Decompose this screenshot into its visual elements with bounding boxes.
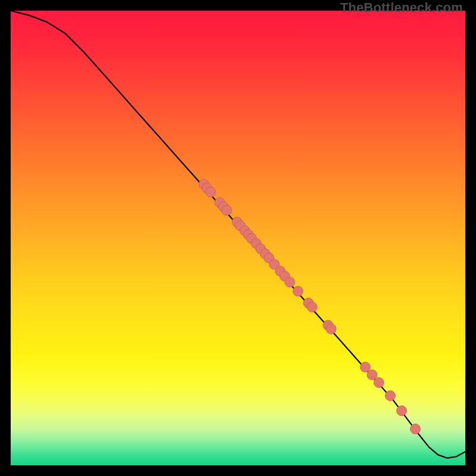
data-point	[411, 424, 421, 434]
data-point	[367, 370, 377, 380]
chart-overlay	[11, 11, 465, 465]
data-point	[385, 391, 395, 401]
data-point	[293, 286, 303, 296]
data-point	[206, 187, 216, 197]
chart-frame: TheBottleneck.com	[0, 0, 476, 476]
data-point	[360, 362, 370, 372]
curve-markers	[199, 179, 420, 434]
data-point	[326, 324, 336, 334]
data-point	[307, 302, 317, 312]
data-point	[397, 406, 407, 416]
bottleneck-curve-line	[11, 11, 465, 458]
data-point	[285, 277, 295, 287]
data-point	[374, 378, 384, 388]
data-point	[221, 205, 231, 215]
